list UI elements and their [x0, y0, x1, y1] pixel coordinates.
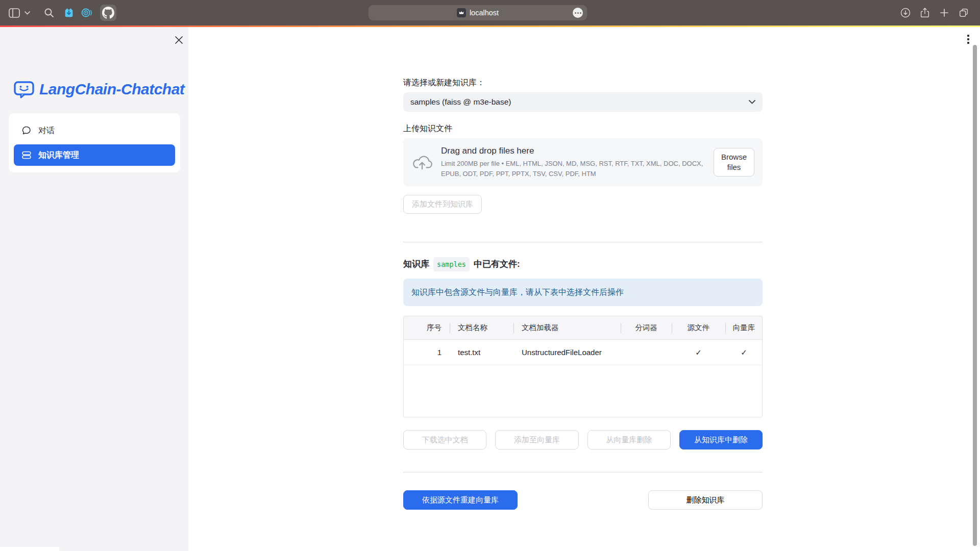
- table-header-row: 序号 文档名称 文档加载器 分词器 源文件 向量库: [404, 316, 762, 340]
- sidebar-item-knowledge-base[interactable]: 知识库管理: [14, 144, 175, 166]
- cell-vector-check: ✓: [725, 340, 763, 365]
- cloud-upload-icon: [411, 154, 433, 171]
- database-stack-icon: [21, 150, 32, 160]
- share-icon[interactable]: [919, 7, 931, 19]
- dropzone-limit: Limit 200MB per file • EML, HTML, JSON, …: [441, 159, 706, 179]
- logo-text: LangChain-Chatchat: [39, 81, 184, 98]
- kb-files-table: 序号 文档名称 文档加载器 分词器 源文件 向量库 1 test.txt Uns…: [403, 316, 763, 417]
- logo-chat-bubble-icon: [14, 79, 34, 99]
- sidebar-bottom-strip: [0, 547, 59, 551]
- app-menu-icon[interactable]: [965, 32, 972, 47]
- kb-select-label: 请选择或新建知识库：: [403, 77, 763, 88]
- chat-bubble-icon: [21, 126, 32, 136]
- delete-kb-button[interactable]: 删除知识库: [648, 490, 763, 510]
- col-header-vector: 向量库: [725, 316, 763, 339]
- heading-suffix: 中已有文件:: [474, 258, 520, 270]
- streamlit-app: LangChain-Chatchat 对话 知识库管理 请选择或新建知识库：: [0, 27, 980, 551]
- divider: [403, 472, 763, 472]
- add-files-to-kb-button[interactable]: 添加文件到知识库: [403, 195, 482, 214]
- tab-overview-icon[interactable]: [958, 7, 970, 19]
- sidebar-item-label: 知识库管理: [38, 150, 79, 161]
- kb-name-code: samples: [433, 257, 470, 271]
- address-bar[interactable]: localhost: [369, 5, 587, 20]
- chevron-down-icon[interactable]: [23, 7, 31, 19]
- recorder-extension-icon[interactable]: [81, 7, 93, 19]
- upload-label: 上传知识文件: [403, 123, 763, 134]
- sidebar-item-label: 对话: [38, 126, 55, 136]
- divider: [403, 242, 763, 242]
- rebuild-vector-store-button[interactable]: 依据源文件重建向量库: [403, 490, 518, 510]
- file-dropzone[interactable]: Drag and drop files here Limit 200MB per…: [403, 138, 763, 186]
- browse-files-button[interactable]: Browse files: [714, 148, 754, 177]
- heading-prefix: 知识库: [403, 258, 429, 270]
- delete-from-vector-store-button[interactable]: 从向量库删除: [587, 430, 671, 449]
- dropzone-text: Drag and drop files here Limit 200MB per…: [441, 146, 706, 179]
- new-tab-icon[interactable]: [938, 7, 950, 19]
- close-sidebar-icon[interactable]: [173, 34, 185, 46]
- col-header-source: 源文件: [672, 316, 725, 339]
- file-action-buttons: 下载选中文档 添加至向量库 从向量库删除 从知识库中删除: [403, 430, 763, 449]
- sidebar-item-dialogue[interactable]: 对话: [14, 120, 175, 141]
- cell-index: 1: [404, 340, 450, 365]
- cell-source-check: ✓: [672, 340, 725, 365]
- cell-loader: UnstructuredFileLoader: [513, 340, 621, 365]
- chevron-down-icon: [749, 100, 755, 104]
- github-extension-icon[interactable]: [100, 5, 116, 21]
- table-row[interactable]: 1 test.txt UnstructuredFileLoader ✓ ✓: [404, 340, 762, 365]
- sidebar-menu: 对话 知识库管理: [9, 113, 180, 172]
- kb-files-heading: 知识库 samples 中已有文件:: [403, 257, 763, 271]
- downloader-extension-icon[interactable]: [63, 7, 75, 19]
- address-text: localhost: [470, 9, 499, 17]
- col-header-index: 序号: [404, 316, 450, 339]
- app-sidebar: LangChain-Chatchat 对话 知识库管理: [0, 27, 188, 551]
- kb-select[interactable]: samples (faiss @ m3e-base): [403, 92, 763, 112]
- add-to-vector-store-button[interactable]: 添加至向量库: [495, 430, 578, 449]
- kb-select-value: samples (faiss @ m3e-base): [410, 97, 749, 107]
- kb-action-buttons: 依据源文件重建向量库 删除知识库: [403, 490, 763, 510]
- site-favicon: [457, 8, 466, 17]
- cell-name: test.txt: [450, 340, 513, 365]
- delete-from-kb-button[interactable]: 从知识库中删除: [679, 430, 763, 449]
- download-selected-button[interactable]: 下载选中文档: [403, 430, 486, 449]
- col-header-loader: 文档加载器: [513, 316, 621, 339]
- col-header-name: 文档名称: [450, 316, 513, 339]
- search-icon[interactable]: [43, 7, 55, 19]
- cell-splitter: [621, 340, 672, 365]
- info-banner: 知识库中包含源文件与向量库，请从下表中选择文件后操作: [403, 279, 763, 306]
- sidebar-toggle-icon[interactable]: [8, 7, 20, 19]
- col-header-splitter: 分词器: [621, 316, 672, 339]
- browser-toolbar: localhost: [0, 0, 980, 26]
- page-more-icon[interactable]: [573, 8, 583, 18]
- download-icon[interactable]: [899, 7, 912, 19]
- main-content: 请选择或新建知识库： samples (faiss @ m3e-base) 上传…: [403, 27, 763, 510]
- dropzone-title: Drag and drop files here: [441, 146, 706, 156]
- page-scrollbar[interactable]: [973, 45, 977, 546]
- app-logo: LangChain-Chatchat: [14, 79, 184, 99]
